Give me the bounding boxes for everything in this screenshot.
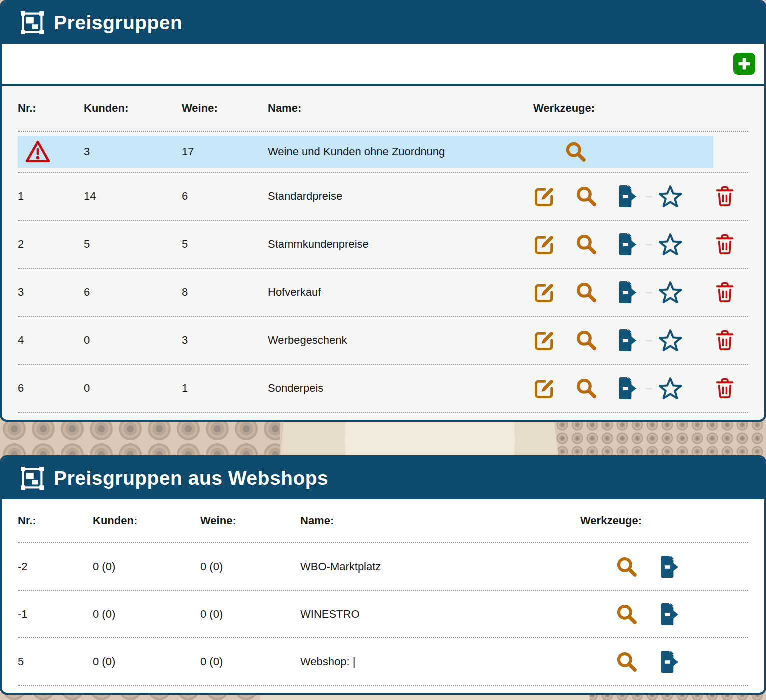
search-icon[interactable]: [575, 281, 598, 304]
col-header-kunden: Kunden:: [93, 514, 200, 527]
plus-icon: [737, 56, 752, 71]
col-header-weine: Weine:: [200, 514, 300, 527]
col-header-nr: Nr.:: [18, 514, 93, 527]
background-gap: [0, 422, 766, 455]
webshops-table: Nr.: Kunden: Weine: Name: Werkzeuge: -2 …: [2, 499, 764, 693]
star-icon[interactable]: [659, 329, 682, 352]
table-header-row: Nr.: Kunden: Weine: Name: Werkzeuge:: [18, 86, 748, 131]
file-export-icon[interactable]: [658, 603, 681, 626]
separator-dash: [646, 196, 652, 197]
col-header-werkzeuge: Werkzeuge:: [525, 102, 748, 115]
cell-nr: -2: [18, 560, 93, 573]
cell-name: Webshop: |: [300, 655, 580, 668]
search-icon[interactable]: [575, 185, 598, 208]
row-tools: [525, 185, 748, 208]
trash-icon[interactable]: [714, 281, 735, 304]
file-export-icon[interactable]: [616, 281, 639, 304]
search-icon[interactable]: [615, 603, 638, 626]
cell-nr: 3: [18, 286, 84, 299]
panel-title: Preisgruppen: [54, 12, 182, 34]
table-row: -1 0 (0) 0 (0) WINESTRO: [18, 590, 748, 637]
table-header-row: Nr.: Kunden: Weine: Name: Werkzeuge:: [18, 499, 748, 542]
row-tools: [580, 603, 748, 626]
separator-dash: [646, 292, 652, 293]
pricegroups-table: Nr.: Kunden: Weine: Name: Werkzeuge: 3 1…: [2, 86, 764, 420]
edit-icon[interactable]: [533, 329, 556, 352]
warning-row-highlight: 3 17 Weine und Kunden ohne Zuordnung: [18, 136, 713, 168]
cell-kunden: 5: [84, 238, 182, 251]
panel-pricegroups: Preisgruppen Nr.: Kunden: Weine: Name: W…: [0, 0, 766, 422]
row-tools: [525, 233, 748, 256]
cell-name: Sonderpeis: [268, 382, 525, 395]
add-pricegroup-button[interactable]: [733, 53, 755, 75]
table-row-warning: 3 17 Weine und Kunden ohne Zuordnung: [18, 131, 748, 172]
edit-icon[interactable]: [533, 185, 556, 208]
cell-kunden: 6: [84, 286, 182, 299]
warning-triangle-icon: [24, 139, 52, 165]
cell-weine: 5: [182, 238, 268, 251]
row-tools: [580, 555, 748, 578]
file-export-icon[interactable]: [616, 233, 639, 256]
file-export-icon[interactable]: [658, 555, 681, 578]
edit-icon[interactable]: [533, 281, 556, 304]
trash-icon[interactable]: [714, 185, 735, 208]
separator-dash: [646, 340, 652, 341]
search-icon[interactable]: [615, 650, 638, 673]
table-row: -2 0 (0) 0 (0) WBO-Marktplatz: [18, 542, 748, 590]
edit-icon[interactable]: [533, 377, 556, 400]
row-tools: [525, 377, 748, 400]
cell-name: WINESTRO: [300, 608, 580, 621]
star-icon[interactable]: [659, 233, 682, 256]
star-icon[interactable]: [659, 377, 682, 400]
cell-weine: 0 (0): [200, 655, 300, 668]
search-icon[interactable]: [575, 233, 598, 256]
cell-name: Stammkundenpreise: [268, 238, 525, 251]
cell-nr: 6: [18, 382, 84, 395]
row-tools: [525, 329, 748, 352]
file-export-icon[interactable]: [616, 377, 639, 400]
table-bottom-spacer: [18, 412, 748, 420]
cell-weine: 0 (0): [200, 560, 300, 573]
edit-icon[interactable]: [533, 233, 556, 256]
table-row: 1 14 6 Standardpreise: [18, 172, 748, 220]
file-export-icon[interactable]: [658, 650, 681, 673]
trash-icon[interactable]: [714, 377, 735, 400]
trash-icon[interactable]: [714, 233, 735, 256]
cell-weine: 0 (0): [200, 608, 300, 621]
star-icon[interactable]: [659, 281, 682, 304]
pricegroups-toolbar: [2, 44, 764, 86]
cell-kunden: 14: [84, 190, 182, 203]
col-header-kunden: Kunden:: [84, 102, 182, 115]
cell-kunden: 0 (0): [93, 655, 200, 668]
col-header-werkzeuge: Werkzeuge:: [580, 514, 748, 527]
cell-nr: 4: [18, 334, 84, 347]
pricegroups-titlebar: Preisgruppen: [2, 2, 764, 44]
file-export-icon[interactable]: [616, 329, 639, 352]
table-row: 2 5 5 Stammkundenpreise: [18, 220, 748, 268]
row-tools: [580, 650, 748, 673]
search-icon[interactable]: [575, 329, 598, 352]
cell-nr: -1: [18, 608, 93, 621]
col-header-name: Name:: [268, 102, 525, 115]
trash-icon[interactable]: [714, 329, 735, 352]
row-tools: [525, 281, 748, 304]
search-icon[interactable]: [615, 555, 638, 578]
search-icon[interactable]: [575, 377, 598, 400]
cell-kunden: 3: [84, 145, 182, 158]
table-row: 4 0 3 Werbegeschenk: [18, 316, 748, 364]
cell-nr: 5: [18, 655, 93, 668]
star-icon[interactable]: [659, 185, 682, 208]
col-header-nr: Nr.:: [18, 102, 84, 115]
file-export-icon[interactable]: [616, 185, 639, 208]
row-tools: [525, 140, 713, 163]
table-row: 3 6 8 Hofverkauf: [18, 268, 748, 316]
search-icon[interactable]: [564, 140, 587, 163]
cell-kunden: 0: [84, 334, 182, 347]
cell-weine: 8: [182, 286, 268, 299]
table-row: 5 0 (0) 0 (0) Webshop: |: [18, 637, 748, 685]
webshops-titlebar: Preisgruppen aus Webshops: [2, 457, 764, 499]
cell-kunden: 0: [84, 382, 182, 395]
cell-weine: 1: [182, 382, 268, 395]
cell-name: Standardpreise: [268, 190, 525, 203]
cell-weine: 6: [182, 190, 268, 203]
